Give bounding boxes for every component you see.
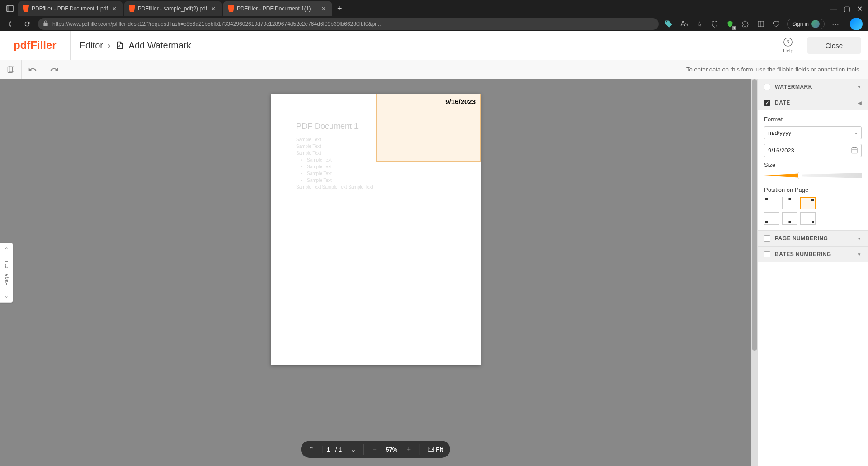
position-top-left[interactable] [764, 197, 779, 209]
page-number-input[interactable] [323, 446, 334, 453]
bates-numbering-checkbox[interactable] [764, 251, 770, 257]
svg-text:?: ? [787, 39, 790, 46]
position-top-right[interactable] [800, 197, 816, 209]
minimize-icon[interactable]: — [830, 5, 837, 13]
more-icon[interactable]: ⋯ [831, 19, 840, 29]
maximize-icon[interactable]: ▢ [844, 5, 850, 13]
tracking-shield-icon[interactable] [710, 19, 719, 29]
position-grid [764, 197, 862, 225]
collections-icon[interactable] [756, 19, 765, 29]
prev-page-button[interactable]: ⌃ [305, 442, 318, 456]
section-date[interactable]: ✓ DATE ◀ [758, 95, 868, 110]
page-up-button[interactable]: ⌃ [4, 246, 9, 252]
help-icon: ? [783, 37, 793, 47]
browser-tab-active[interactable]: PDFfiller - PDF Document 1(1).pd ✕ [223, 1, 332, 16]
svg-rect-10 [852, 148, 857, 153]
scrollbar-thumb[interactable] [752, 79, 757, 351]
back-button[interactable] [5, 19, 16, 29]
format-value: m/d/yyyy [768, 129, 791, 136]
section-label: WATERMARK [775, 84, 812, 90]
watermark-checkbox[interactable] [764, 84, 770, 90]
position-bottom-right[interactable] [800, 212, 816, 225]
hint-text: To enter data on this form, use the fill… [686, 66, 868, 73]
chevron-down-icon: ▼ [857, 236, 862, 241]
document-page[interactable]: 9/16/2023 PDF Document 1 Sample Text Sam… [271, 94, 481, 365]
extensions-icon[interactable] [741, 19, 750, 29]
tab-favicon [228, 5, 234, 12]
page-navigator: ⌃ Page 1 of 1 ⌄ [0, 243, 13, 302]
slider-thumb[interactable] [798, 172, 802, 179]
tab-title: PDFfiller - sample_pdf(2).pdf [138, 5, 207, 12]
chevron-right-icon: › [108, 40, 111, 51]
zoom-toolbar: ⌃ / 1 ⌄ − 57% + Fit [301, 441, 450, 458]
chevron-down-icon: ⌄ [854, 130, 858, 135]
breadcrumb-current: Add Watermark [129, 40, 191, 51]
new-tab-button[interactable]: + [334, 4, 346, 14]
browser-tab[interactable]: PDFfiller - sample_pdf(2).pdf ✕ [124, 1, 222, 16]
avatar-icon [811, 20, 820, 28]
adblock-icon[interactable] [726, 19, 735, 29]
shopping-tag-icon[interactable] [664, 19, 673, 29]
position-label: Position on Page [764, 186, 862, 193]
svg-text:A: A [118, 44, 120, 48]
date-input[interactable] [764, 144, 862, 157]
size-slider[interactable] [764, 172, 862, 179]
section-bates-numbering[interactable]: BATES NUMBERING ▼ [758, 247, 868, 262]
close-button[interactable]: Close [807, 37, 861, 54]
refresh-button[interactable] [22, 19, 33, 29]
help-button[interactable]: ? Help [783, 31, 802, 60]
address-bar[interactable]: https://www.pdffiller.com/jsfiller-desk1… [38, 18, 659, 30]
size-label: Size [764, 162, 862, 168]
tab-title: PDFfiller - PDF Document 1(1).pd [237, 5, 317, 12]
page-total: / 1 [335, 446, 342, 453]
sign-in-button[interactable]: Sign in [787, 19, 825, 29]
watermark-page-icon: A [115, 41, 124, 50]
section-page-numbering[interactable]: PAGE NUMBERING ▼ [758, 231, 868, 246]
next-page-button[interactable]: ⌄ [346, 442, 360, 456]
tab-overview-button[interactable] [4, 2, 16, 15]
chevron-down-icon: ▼ [857, 252, 862, 257]
svg-rect-1 [7, 5, 9, 12]
tab-title: PDFfiller - PDF Document 1.pdf [32, 5, 108, 12]
document-title: PDF Document 1 [296, 122, 359, 131]
tab-favicon [23, 5, 29, 12]
date-checkbox[interactable]: ✓ [764, 100, 770, 106]
read-aloud-icon[interactable]: A)) [679, 19, 689, 29]
page-numbering-checkbox[interactable] [764, 235, 770, 242]
date-watermark-box[interactable]: 9/16/2023 [376, 94, 481, 162]
position-top-center[interactable] [782, 197, 797, 209]
chevron-left-icon: ◀ [858, 100, 862, 105]
redo-button[interactable] [43, 60, 65, 79]
zoom-out-button[interactable]: − [368, 442, 381, 456]
browser-tab[interactable]: PDFfiller - PDF Document 1.pdf ✕ [18, 1, 123, 16]
tab-close-icon[interactable]: ✕ [210, 4, 217, 13]
breadcrumb: Editor › A Add Watermark [71, 40, 200, 51]
breadcrumb-root[interactable]: Editor [80, 40, 103, 51]
sign-in-label: Sign in [792, 21, 809, 27]
pdffiller-logo: pdfFiller [0, 39, 70, 52]
window-close-icon[interactable]: ✕ [857, 5, 863, 13]
vertical-scrollbar[interactable] [751, 79, 758, 466]
fit-button[interactable]: Fit [423, 446, 447, 453]
section-watermark[interactable]: WATERMARK ▼ [758, 79, 868, 95]
calendar-icon[interactable] [851, 147, 858, 156]
wellbeing-icon[interactable] [772, 19, 781, 29]
position-bottom-center[interactable] [782, 212, 797, 225]
pages-panel-button[interactable] [0, 60, 22, 79]
fit-label: Fit [436, 446, 443, 453]
bing-chat-icon[interactable] [850, 18, 863, 30]
url-text: https://www.pdffiller.com/jsfiller-desk1… [52, 21, 654, 27]
watermark-sidebar: WATERMARK ▼ ✓ DATE ◀ Format m/d/yyyy ⌄ [758, 79, 868, 466]
help-label: Help [783, 48, 793, 53]
page-down-button[interactable]: ⌄ [4, 293, 9, 299]
favorite-icon[interactable]: ☆ [695, 19, 704, 29]
format-select[interactable]: m/d/yyyy ⌄ [764, 126, 862, 139]
section-label: BATES NUMBERING [775, 251, 831, 257]
zoom-in-button[interactable]: + [402, 442, 415, 456]
tab-close-icon[interactable]: ✕ [111, 4, 118, 13]
tab-close-icon[interactable]: ✕ [320, 4, 327, 13]
fit-icon [427, 446, 434, 453]
zoom-level: 57% [383, 446, 400, 453]
position-bottom-left[interactable] [764, 212, 779, 225]
undo-button[interactable] [22, 60, 43, 79]
